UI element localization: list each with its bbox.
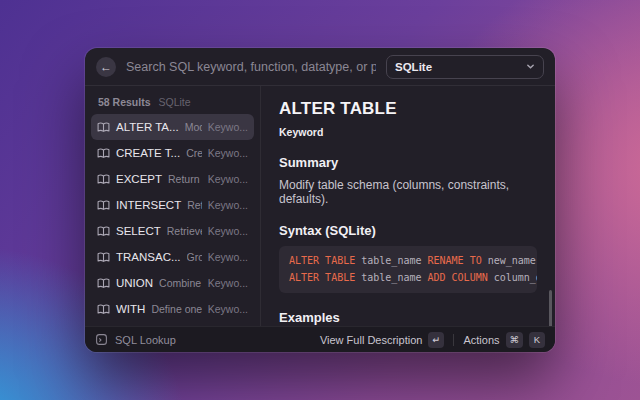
return-keycap: ↵ bbox=[428, 332, 444, 348]
keyword-badge: Keyword bbox=[279, 126, 537, 138]
result-type: Keywo... bbox=[208, 199, 248, 211]
summary-heading: Summary bbox=[279, 155, 537, 170]
result-name: INTERSECT bbox=[116, 199, 181, 211]
syntax-code-block: ALTER TABLE table_name RENAME TO new_nam… bbox=[279, 246, 537, 293]
result-item[interactable]: ALTER TA... Modify ta... Keywo... bbox=[91, 114, 254, 140]
result-name: EXCEPT bbox=[116, 173, 162, 185]
view-full-description-button[interactable]: View Full Description ↵ bbox=[320, 332, 445, 348]
book-icon bbox=[97, 121, 110, 134]
result-name: WITH bbox=[116, 303, 145, 315]
result-description: Define one or m... bbox=[151, 303, 201, 315]
results-header: 58 Results SQLite bbox=[85, 91, 260, 114]
summary-text: Modify table schema (columns, constraint… bbox=[279, 178, 537, 206]
examples-heading: Examples bbox=[279, 310, 537, 325]
command-keycap: ⌘ bbox=[506, 332, 524, 348]
result-item[interactable]: INTERSECT Return ro... Keywo... bbox=[91, 192, 254, 218]
sql-lookup-app-icon bbox=[95, 333, 108, 346]
result-name: TRANSAC... bbox=[116, 251, 181, 263]
action-bar: SQL Lookup View Full Description ↵ Actio… bbox=[85, 326, 555, 352]
result-description: Group st... bbox=[187, 251, 202, 263]
book-icon bbox=[97, 251, 110, 264]
result-description: Retrieve colu... bbox=[167, 225, 202, 237]
result-item[interactable]: EXCEPT Return rows f... Keywo... bbox=[91, 166, 254, 192]
back-arrow-icon: ← bbox=[100, 61, 112, 73]
book-icon bbox=[97, 173, 110, 186]
result-item[interactable]: TRANSAC... Group st... Keywo... bbox=[91, 244, 254, 270]
result-description: Combine resul... bbox=[159, 277, 202, 289]
book-icon bbox=[97, 147, 110, 160]
book-icon bbox=[97, 303, 110, 316]
result-type: Keywo... bbox=[208, 251, 248, 263]
result-item[interactable]: WITH Define one or m... Keywo... bbox=[91, 296, 254, 322]
dialect-dropdown[interactable]: SQLite bbox=[386, 55, 544, 79]
results-list: ALTER TA... Modify ta... Keywo... CREATE… bbox=[85, 114, 260, 326]
book-icon bbox=[97, 199, 110, 212]
result-name: UNION bbox=[116, 277, 153, 289]
search-bar: ← SQLite bbox=[85, 48, 555, 86]
result-item[interactable]: UNION Combine resul... Keywo... bbox=[91, 270, 254, 296]
sql-lookup-window: ← SQLite 58 Results SQLite A bbox=[85, 48, 555, 352]
result-type: Keywo... bbox=[208, 303, 248, 315]
chevron-down-icon bbox=[526, 62, 535, 71]
results-sidebar: 58 Results SQLite ALTER TA... Modify ta.… bbox=[85, 86, 261, 326]
code-line: ALTER TABLE table_name RENAME TO new_nam… bbox=[289, 253, 527, 270]
app-name: SQL Lookup bbox=[115, 334, 176, 346]
dialect-selected-value: SQLite bbox=[395, 61, 432, 73]
results-scope: SQLite bbox=[159, 96, 191, 108]
detail-title: ALTER TABLE bbox=[279, 99, 537, 119]
desktop-background: { "colors": { "keyword_accent": "#e96a4b… bbox=[0, 0, 640, 400]
result-type: Keywo... bbox=[208, 173, 248, 185]
result-name: ALTER TA... bbox=[116, 121, 179, 133]
result-name: SELECT bbox=[116, 225, 161, 237]
result-type: Keywo... bbox=[208, 225, 248, 237]
k-keycap: K bbox=[529, 332, 545, 348]
book-icon bbox=[97, 225, 110, 238]
detail-panel: ALTER TABLE Keyword Summary Modify table… bbox=[261, 86, 555, 326]
book-icon bbox=[97, 277, 110, 290]
detail-scrollbar-thumb[interactable] bbox=[549, 290, 552, 326]
result-name: CREATE T... bbox=[116, 147, 180, 159]
results-count: 58 Results bbox=[98, 96, 151, 108]
result-type: Keywo... bbox=[208, 121, 248, 133]
search-input[interactable] bbox=[126, 60, 376, 74]
actions-button[interactable]: Actions ⌘ K bbox=[463, 332, 545, 348]
result-description: Return rows f... bbox=[168, 173, 202, 185]
result-type: Keywo... bbox=[208, 277, 248, 289]
back-button[interactable]: ← bbox=[96, 57, 116, 77]
result-description: Modify ta... bbox=[185, 121, 202, 133]
result-item[interactable]: SELECT Retrieve colu... Keywo... bbox=[91, 218, 254, 244]
result-type: Keywo... bbox=[208, 147, 248, 159]
result-item[interactable]: CREATE T... Create a... Keywo... bbox=[91, 140, 254, 166]
result-description: Return ro... bbox=[187, 199, 202, 211]
syntax-heading: Syntax (SQLite) bbox=[279, 223, 537, 238]
code-line: ALTER TABLE table_name ADD COLUMN column… bbox=[289, 270, 527, 287]
result-description: Create a... bbox=[186, 147, 202, 159]
actions-label: Actions bbox=[463, 334, 499, 346]
view-full-description-label: View Full Description bbox=[320, 334, 423, 346]
footer-divider bbox=[453, 334, 454, 346]
